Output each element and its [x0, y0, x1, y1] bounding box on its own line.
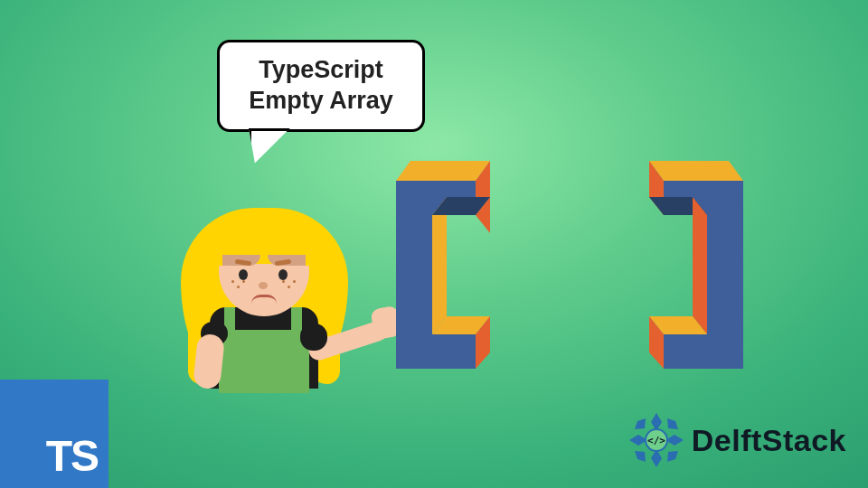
- svg-marker-22: [635, 451, 646, 462]
- svg-marker-19: [667, 418, 678, 429]
- delftstack-emblem-icon: </>: [628, 412, 684, 468]
- left-bracket-icon: [389, 161, 506, 387]
- speech-line2: Empty Array: [249, 87, 393, 114]
- svg-marker-12: [693, 197, 707, 334]
- delftstack-logo: </> DelftStack: [628, 412, 846, 468]
- speech-line1: TypeScript: [259, 56, 383, 83]
- speech-tail: [251, 131, 282, 160]
- girl-illustration: [172, 190, 371, 398]
- typescript-logo-text: TS: [46, 431, 98, 481]
- right-bracket-icon: [633, 161, 750, 387]
- speech-bubble: TypeScript Empty Array: [217, 40, 425, 132]
- svg-marker-4: [432, 197, 447, 334]
- svg-marker-8: [649, 161, 743, 181]
- svg-marker-21: [667, 451, 678, 462]
- svg-marker-0: [396, 161, 490, 181]
- delftstack-text: DelftStack: [692, 423, 846, 458]
- typescript-logo: TS: [0, 380, 108, 488]
- svg-marker-20: [635, 418, 646, 429]
- svg-text:</>: </>: [647, 435, 665, 446]
